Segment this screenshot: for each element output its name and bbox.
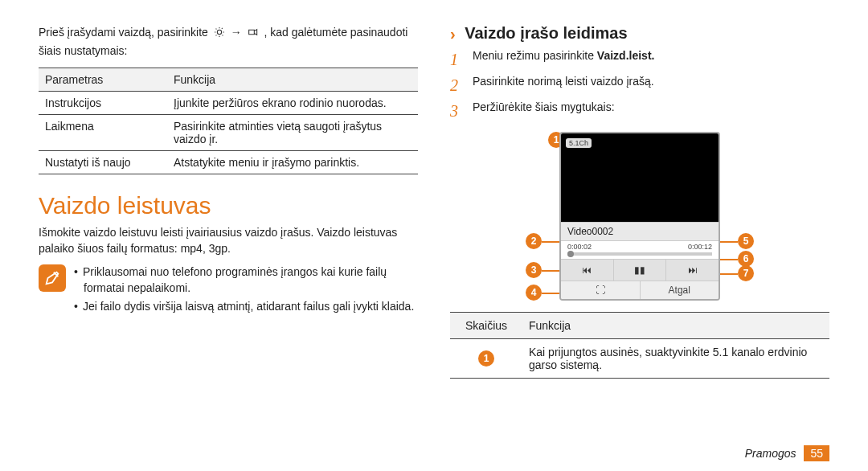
time-total: 0:00:12 [688, 243, 712, 251]
note-icon [39, 264, 66, 292]
page-title: Vaizdo leistuvas [39, 192, 418, 219]
settings-table: Parametras Funkcija Instrukcijos Įjunkit… [39, 68, 418, 174]
arrow-text: → [231, 26, 242, 39]
player-illustration: 1 2 3 4 5 6 7 5.1Ch Video0002 0:00:02 0:… [519, 132, 760, 301]
note-box: Priklausomai nuo telefono programinės įr… [39, 264, 418, 318]
page-footer: Pramogos 55 [745, 445, 829, 461]
video-title: Video0002 [561, 222, 719, 241]
callout-badge-1-small: 1 [478, 350, 494, 367]
callout-line [542, 270, 561, 272]
video-area: 5.1Ch [561, 133, 719, 222]
time-elapsed: 0:00:02 [567, 243, 592, 251]
note-list: Priklausomai nuo telefono programinės įr… [74, 264, 418, 318]
callout-badge-2: 2 [526, 233, 542, 249]
table-row: Laikmena Pasirinkite atminties vietą sau… [39, 114, 418, 150]
rewind-icon: ⏮ [561, 260, 614, 281]
step-3: 3 Peržiūrėkite šiais mygtukais: [450, 100, 829, 122]
fullscreen-icon: ⛶ [561, 281, 641, 299]
function-table: Skaičius Funkcija 1 Kai prijungtos ausin… [450, 312, 829, 379]
surround-badge: 5.1Ch [566, 138, 592, 148]
footer-category: Pramogos [745, 447, 796, 460]
callout-badge-5: 5 [738, 233, 754, 249]
note-item: Jei failo dydis viršija laisvą atmintį, … [74, 299, 418, 315]
left-column: Prieš įrašydami vaizdą, pasirinkite → , … [39, 24, 418, 379]
intro-text-a: Prieš įrašydami vaizdą, pasirinkite [39, 26, 211, 39]
table-row: Instrukcijos Įjunkite peržiūros ekrano r… [39, 91, 418, 114]
player-bottom-row: ⛶ Atgal [561, 281, 719, 299]
callout-badge-6: 6 [738, 251, 754, 267]
func-th-number: Skaičius [450, 313, 522, 339]
note-item: Priklausomai nuo telefono programinės įr… [74, 264, 418, 296]
right-column: › Vaizdo įrašo leidimas 1 Meniu režimu p… [450, 24, 829, 379]
video-player-mock: 5.1Ch Video0002 0:00:02 0:00:12 ⏮ ▮▮ ⏭ ⛶… [559, 132, 720, 301]
callout-line [719, 241, 738, 243]
callout-line [719, 259, 738, 260]
section-heading: › Vaizdo įrašo leidimas [450, 24, 829, 43]
func-row1-desc: Kai prijungtos ausinės, suaktyvinkite 5.… [522, 339, 829, 379]
callout-line [542, 241, 561, 243]
progress-bar [567, 252, 712, 256]
func-th-function: Funkcija [522, 313, 829, 339]
callout-line [542, 293, 561, 294]
pause-icon: ▮▮ [614, 260, 667, 281]
chevron-right-icon: › [450, 25, 456, 43]
settings-th-func: Funkcija [167, 68, 418, 91]
settings-th-param: Parametras [39, 68, 167, 91]
callout-badge-4: 4 [526, 285, 542, 301]
playback-controls: ⏮ ▮▮ ⏭ [561, 259, 719, 281]
callout-badge-7: 7 [738, 265, 754, 281]
table-row: 1 Kai prijungtos ausinės, suaktyvinkite … [450, 339, 829, 379]
step-2: 2 Pasirinkite norimą leisti vaizdo įrašą… [450, 74, 829, 96]
callout-badge-3: 3 [526, 262, 542, 278]
intro-paragraph: Prieš įrašydami vaizdą, pasirinkite → , … [39, 24, 418, 59]
gear-icon [213, 26, 226, 43]
forward-icon: ⏭ [666, 260, 719, 281]
camcorder-icon [247, 26, 260, 43]
callout-line [719, 273, 738, 275]
back-label: Atgal [641, 281, 719, 299]
table-row: Nustatyti iš naujo Atstatykite meniu ir … [39, 150, 418, 174]
player-description: Išmokite vaizdo leistuvu leisti įvairiau… [39, 224, 418, 257]
footer-page-number: 55 [804, 445, 829, 461]
step-1: 1 Meniu režimu pasirinkite Vaizd.leist. [450, 48, 829, 71]
time-row: 0:00:02 0:00:12 [561, 241, 719, 251]
